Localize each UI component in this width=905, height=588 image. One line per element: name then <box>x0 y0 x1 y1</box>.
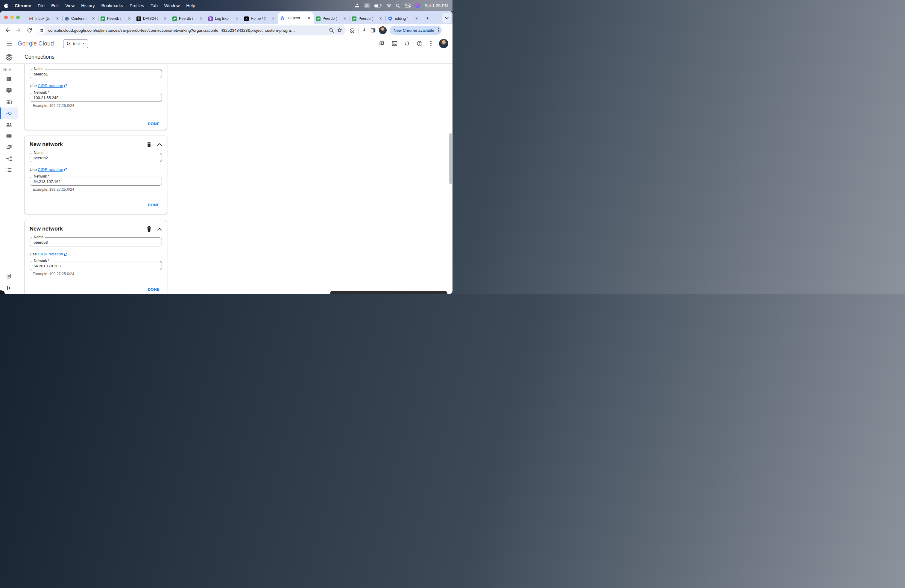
peerdb-icon <box>352 16 356 21</box>
new-tab-button[interactable]: + <box>423 14 432 22</box>
cidr-notation-link[interactable]: CIDR notation <box>38 167 68 172</box>
tab-peerdb-3[interactable]: Peerdb ( ✕ <box>314 13 349 24</box>
sidebar-item-query-insights[interactable] <box>0 96 18 108</box>
tab-close-icon[interactable]: ✕ <box>306 16 311 21</box>
tab-dais24[interactable]: DAIS DAIS24 ( ✕ <box>134 13 170 24</box>
sidebar-item-operations[interactable] <box>0 164 18 176</box>
address-bar[interactable]: console.cloud.google.com/sql/instances/s… <box>37 25 345 35</box>
menubar-item-edit[interactable]: Edit <box>51 3 59 8</box>
google-cloud-logo[interactable]: Google Cloud <box>17 40 54 47</box>
done-button[interactable]: DONE <box>146 286 161 293</box>
more-vert-icon[interactable] <box>429 40 433 48</box>
chrome-update-pill[interactable]: New Chrome available <box>390 26 442 35</box>
tab-peerdb-4[interactable]: Peerdb ( ✕ <box>349 13 386 24</box>
menubar-clock[interactable]: Sat 1:25 PM <box>424 3 448 8</box>
svg-text:?: ? <box>419 41 421 45</box>
done-button[interactable]: DONE <box>146 202 161 208</box>
spotlight-icon[interactable] <box>396 3 400 8</box>
app-grid-icon[interactable] <box>355 3 359 8</box>
tab-close-icon[interactable]: ✕ <box>342 16 347 21</box>
minimize-window-button[interactable] <box>10 16 14 19</box>
tab-close-icon[interactable]: ✕ <box>91 16 96 21</box>
sidebar-item-databases[interactable] <box>0 130 18 141</box>
wifi-icon[interactable] <box>386 3 391 8</box>
cidr-notation-link[interactable]: CIDR notation <box>38 84 68 88</box>
bookmark-star-icon[interactable] <box>337 27 342 33</box>
name-input[interactable] <box>30 237 162 246</box>
collapse-card-icon[interactable] <box>157 227 162 230</box>
menubar-item-file[interactable]: File <box>38 3 44 8</box>
name-input[interactable] <box>30 153 162 162</box>
tab-peerdb-1[interactable]: Peerdb ( ✕ <box>98 13 134 24</box>
tab-close-icon[interactable]: ✕ <box>199 16 203 21</box>
sidebar-item-overview[interactable] <box>0 73 18 85</box>
help-icon[interactable]: ? <box>417 40 423 47</box>
tab-sai-peerdb-active[interactable]: sai-peer ✕ <box>278 12 314 24</box>
cidr-notation-link[interactable]: CIDR notation <box>38 252 68 256</box>
url-text[interactable]: console.cloud.google.com/sql/instances/s… <box>48 28 326 33</box>
close-window-button[interactable] <box>4 16 8 19</box>
tab-close-icon[interactable]: ✕ <box>163 16 168 21</box>
browser-profile-avatar[interactable] <box>379 26 387 34</box>
menubar-item-tab[interactable]: Tab <box>151 3 157 8</box>
tab-close-icon[interactable]: ✕ <box>270 16 275 21</box>
menubar-item-profiles[interactable]: Profiles <box>130 3 144 8</box>
network-example: Example: 199.27.25.0/24 <box>33 272 162 276</box>
menubar-item-bookmarks[interactable]: Bookmarks <box>101 3 123 8</box>
tab-close-icon[interactable]: ✕ <box>414 16 419 21</box>
sidebar-item-connections[interactable] <box>0 108 18 119</box>
tab-close-icon[interactable]: ✕ <box>378 16 383 21</box>
menubar-item-view[interactable]: View <box>65 3 75 8</box>
tab-peerdb-2[interactable]: Peerdb ( ✕ <box>170 13 206 24</box>
cloud-shell-icon[interactable] <box>391 40 398 47</box>
project-selector[interactable]: test <box>63 39 88 48</box>
siri-icon[interactable] <box>415 3 420 8</box>
collapse-card-icon[interactable] <box>157 143 162 146</box>
gemini-icon[interactable] <box>379 40 385 47</box>
tab-x-home[interactable]: X Home / X ✕ <box>242 13 278 24</box>
reload-icon[interactable] <box>25 25 34 35</box>
tab-conference[interactable]: Conferen ✕ <box>62 13 98 24</box>
tab-close-icon[interactable]: ✕ <box>55 16 60 21</box>
name-field: Name <box>30 153 162 162</box>
menubar-item-history[interactable]: History <box>81 3 95 8</box>
page-title: Connections <box>25 54 54 60</box>
sidebar-item-backups[interactable] <box>0 141 18 153</box>
zoom-window-button[interactable] <box>16 16 20 19</box>
sidebar-item-system-insights[interactable] <box>0 85 18 96</box>
tab-log-explorer[interactable]: Log Expl ✕ <box>206 13 242 24</box>
tab-editing[interactable]: Editing " ✕ <box>386 13 421 24</box>
name-input[interactable] <box>30 69 162 78</box>
tab-close-icon[interactable]: ✕ <box>127 16 132 21</box>
hamburger-menu-icon[interactable] <box>4 38 15 49</box>
site-settings-tune-icon[interactable] <box>37 26 46 35</box>
control-center-icon[interactable] <box>405 3 411 8</box>
forward-icon[interactable] <box>14 25 23 35</box>
network-field-label: Network * <box>32 259 51 263</box>
back-icon[interactable] <box>3 25 13 35</box>
sidebar-item-replicas[interactable] <box>0 153 18 164</box>
release-notes-button[interactable] <box>0 270 18 282</box>
browser-menu-icon[interactable] <box>437 27 440 33</box>
delete-network-icon[interactable] <box>146 141 152 148</box>
side-panel-icon[interactable] <box>370 27 376 33</box>
battery-icon[interactable] <box>375 4 382 8</box>
tab-close-icon[interactable]: ✕ <box>235 16 240 21</box>
delete-network-icon[interactable] <box>146 226 152 232</box>
frontmost-app-icon[interactable] <box>364 3 370 8</box>
done-button[interactable]: DONE <box>146 120 161 127</box>
menubar-item-help[interactable]: Help <box>186 3 195 8</box>
menubar-item-window[interactable]: Window <box>164 3 180 8</box>
menubar-item-chrome[interactable]: Chrome <box>15 3 31 8</box>
notifications-bell-icon[interactable] <box>404 40 410 47</box>
tab-search-chevron[interactable] <box>442 13 451 23</box>
download-icon[interactable] <box>362 27 367 33</box>
sidebar-item-users[interactable] <box>0 119 18 130</box>
extensions-puzzle-icon[interactable] <box>349 27 355 33</box>
vertical-scrollbar-thumb[interactable] <box>449 133 452 184</box>
zoom-out-icon[interactable] <box>329 28 334 33</box>
tab-inbox[interactable]: Inbox (5, ✕ <box>26 13 62 24</box>
apple-menu-icon[interactable] <box>4 3 8 8</box>
account-avatar[interactable] <box>439 39 448 48</box>
browser-toolbar: console.cloud.google.com/sql/instances/s… <box>0 24 452 37</box>
